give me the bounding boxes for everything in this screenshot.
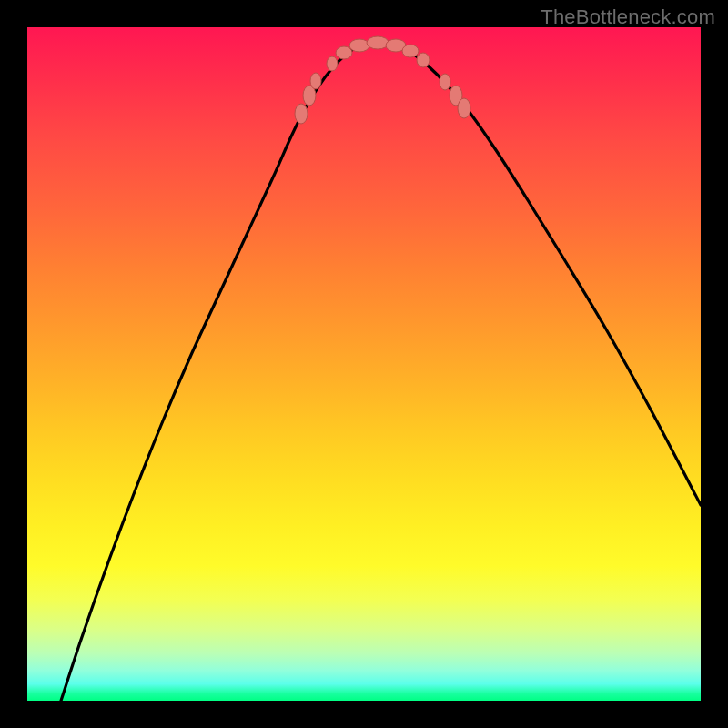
curve-marker: [440, 74, 450, 90]
curve-marker: [295, 104, 308, 124]
markers-group: [295, 36, 470, 124]
curve-marker: [367, 36, 389, 49]
curve-marker: [417, 53, 430, 67]
curve-marker: [402, 45, 419, 57]
outer-frame: TheBottleneck.com: [0, 0, 728, 728]
plot-area: [27, 27, 701, 701]
curve-marker: [458, 98, 470, 118]
bottleneck-curve: [61, 41, 701, 701]
curve-marker: [336, 46, 352, 59]
curve-marker: [349, 39, 369, 52]
curve-marker: [310, 73, 321, 89]
attribution-label: TheBottleneck.com: [541, 5, 715, 29]
curve-svg: [27, 27, 701, 701]
curve-marker: [327, 56, 338, 71]
